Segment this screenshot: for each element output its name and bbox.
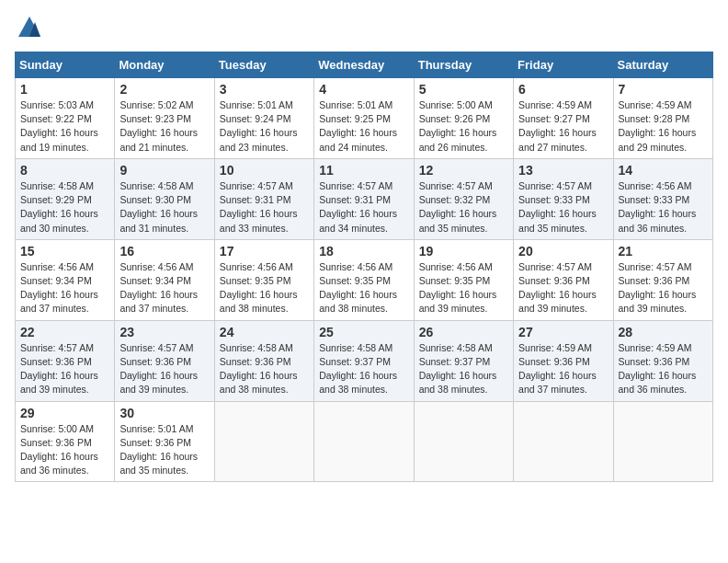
weekday-header-monday: Monday	[115, 52, 214, 78]
day-number: 17	[220, 244, 309, 259]
calendar-day-cell: 3Sunrise: 5:01 AMSunset: 9:24 PMDaylight…	[214, 78, 313, 159]
calendar-week-row: 1Sunrise: 5:03 AMSunset: 9:22 PMDaylight…	[16, 78, 713, 159]
day-info: Sunrise: 5:01 AMSunset: 9:36 PMDaylight:…	[119, 422, 209, 478]
day-number: 5	[419, 82, 508, 97]
day-number: 11	[319, 163, 408, 178]
calendar-day-cell: 16Sunrise: 4:56 AMSunset: 9:34 PMDayligh…	[115, 239, 214, 320]
logo	[15, 15, 42, 44]
calendar-day-cell: 27Sunrise: 4:59 AMSunset: 9:36 PMDayligh…	[514, 320, 613, 401]
day-number: 23	[119, 325, 209, 339]
day-number: 29	[20, 406, 109, 420]
day-number: 10	[220, 163, 309, 178]
day-number: 25	[319, 325, 408, 339]
day-info: Sunrise: 4:59 AMSunset: 9:27 PMDaylight:…	[518, 98, 608, 155]
day-number: 4	[319, 82, 408, 97]
day-info: Sunrise: 4:56 AMSunset: 9:35 PMDaylight:…	[319, 260, 408, 316]
day-info: Sunrise: 4:58 AMSunset: 9:36 PMDaylight:…	[220, 341, 309, 397]
day-number: 20	[518, 244, 608, 259]
day-info: Sunrise: 4:56 AMSunset: 9:33 PMDaylight:…	[619, 179, 708, 236]
day-info: Sunrise: 5:00 AMSunset: 9:26 PMDaylight:…	[419, 98, 508, 155]
calendar-header-row: SundayMondayTuesdayWednesdayThursdayFrid…	[16, 52, 713, 78]
weekday-header-friday: Friday	[514, 52, 613, 78]
day-number: 8	[20, 163, 109, 178]
day-number: 9	[119, 163, 209, 178]
day-info: Sunrise: 4:59 AMSunset: 9:36 PMDaylight:…	[518, 341, 608, 397]
day-number: 3	[220, 82, 309, 97]
calendar-day-cell: 10Sunrise: 4:57 AMSunset: 9:31 PMDayligh…	[214, 158, 313, 239]
day-number: 13	[518, 163, 608, 178]
day-info: Sunrise: 4:57 AMSunset: 9:31 PMDaylight:…	[220, 179, 309, 236]
day-info: Sunrise: 4:58 AMSunset: 9:37 PMDaylight:…	[419, 341, 508, 397]
calendar-day-cell: 15Sunrise: 4:56 AMSunset: 9:34 PMDayligh…	[16, 239, 115, 320]
calendar-day-cell: 8Sunrise: 4:58 AMSunset: 9:29 PMDaylight…	[16, 158, 115, 239]
day-number: 26	[419, 325, 508, 339]
calendar-day-cell: 7Sunrise: 4:59 AMSunset: 9:28 PMDaylight…	[613, 78, 712, 159]
empty-cell	[414, 401, 513, 482]
calendar-week-row: 8Sunrise: 4:58 AMSunset: 9:29 PMDaylight…	[16, 158, 713, 239]
day-info: Sunrise: 5:00 AMSunset: 9:36 PMDaylight:…	[20, 422, 109, 478]
calendar-day-cell: 19Sunrise: 4:56 AMSunset: 9:35 PMDayligh…	[414, 239, 513, 320]
calendar-day-cell: 24Sunrise: 4:58 AMSunset: 9:36 PMDayligh…	[214, 320, 313, 401]
day-info: Sunrise: 5:01 AMSunset: 9:24 PMDaylight:…	[220, 98, 309, 155]
calendar-week-row: 15Sunrise: 4:56 AMSunset: 9:34 PMDayligh…	[16, 239, 713, 320]
calendar-day-cell: 26Sunrise: 4:58 AMSunset: 9:37 PMDayligh…	[414, 320, 513, 401]
day-info: Sunrise: 4:57 AMSunset: 9:32 PMDaylight:…	[419, 179, 508, 236]
day-number: 21	[619, 244, 708, 259]
calendar-day-cell: 2Sunrise: 5:02 AMSunset: 9:23 PMDaylight…	[115, 78, 214, 159]
empty-cell	[514, 401, 613, 482]
day-info: Sunrise: 4:57 AMSunset: 9:36 PMDaylight:…	[518, 260, 608, 316]
page-header	[15, 15, 713, 44]
day-number: 22	[20, 325, 109, 339]
calendar-day-cell: 21Sunrise: 4:57 AMSunset: 9:36 PMDayligh…	[613, 239, 712, 320]
day-info: Sunrise: 4:56 AMSunset: 9:34 PMDaylight:…	[119, 260, 209, 316]
calendar-day-cell: 30Sunrise: 5:01 AMSunset: 9:36 PMDayligh…	[115, 401, 214, 482]
calendar-day-cell: 28Sunrise: 4:59 AMSunset: 9:36 PMDayligh…	[613, 320, 712, 401]
day-number: 24	[220, 325, 309, 339]
day-number: 7	[619, 82, 708, 97]
weekday-header-tuesday: Tuesday	[214, 52, 313, 78]
empty-cell	[613, 401, 712, 482]
day-info: Sunrise: 5:02 AMSunset: 9:23 PMDaylight:…	[119, 98, 209, 155]
empty-cell	[314, 401, 414, 482]
calendar-day-cell: 17Sunrise: 4:56 AMSunset: 9:35 PMDayligh…	[214, 239, 313, 320]
day-info: Sunrise: 4:57 AMSunset: 9:33 PMDaylight:…	[518, 179, 608, 236]
calendar-day-cell: 20Sunrise: 4:57 AMSunset: 9:36 PMDayligh…	[514, 239, 613, 320]
day-number: 30	[119, 406, 209, 420]
weekday-header-thursday: Thursday	[414, 52, 513, 78]
day-info: Sunrise: 4:58 AMSunset: 9:37 PMDaylight:…	[319, 341, 408, 397]
day-number: 1	[20, 82, 109, 97]
day-number: 19	[419, 244, 508, 259]
day-info: Sunrise: 4:56 AMSunset: 9:35 PMDaylight:…	[220, 260, 309, 316]
calendar-week-row: 29Sunrise: 5:00 AMSunset: 9:36 PMDayligh…	[16, 401, 713, 482]
day-info: Sunrise: 4:56 AMSunset: 9:35 PMDaylight:…	[419, 260, 508, 316]
day-info: Sunrise: 4:58 AMSunset: 9:29 PMDaylight:…	[20, 179, 109, 236]
day-number: 28	[619, 325, 708, 339]
day-number: 18	[319, 244, 408, 259]
day-number: 15	[20, 244, 109, 259]
calendar-week-row: 22Sunrise: 4:57 AMSunset: 9:36 PMDayligh…	[16, 320, 713, 401]
day-info: Sunrise: 4:58 AMSunset: 9:30 PMDaylight:…	[119, 179, 209, 236]
day-info: Sunrise: 5:01 AMSunset: 9:25 PMDaylight:…	[319, 98, 408, 155]
day-info: Sunrise: 4:57 AMSunset: 9:36 PMDaylight:…	[119, 341, 209, 397]
day-info: Sunrise: 4:57 AMSunset: 9:31 PMDaylight:…	[319, 179, 408, 236]
weekday-header-saturday: Saturday	[613, 52, 712, 78]
calendar-day-cell: 25Sunrise: 4:58 AMSunset: 9:37 PMDayligh…	[314, 320, 414, 401]
day-info: Sunrise: 4:56 AMSunset: 9:34 PMDaylight:…	[20, 260, 109, 316]
calendar-day-cell: 13Sunrise: 4:57 AMSunset: 9:33 PMDayligh…	[514, 158, 613, 239]
calendar-day-cell: 22Sunrise: 4:57 AMSunset: 9:36 PMDayligh…	[16, 320, 115, 401]
day-number: 6	[518, 82, 608, 97]
calendar-day-cell: 6Sunrise: 4:59 AMSunset: 9:27 PMDaylight…	[514, 78, 613, 159]
calendar-day-cell: 12Sunrise: 4:57 AMSunset: 9:32 PMDayligh…	[414, 158, 513, 239]
calendar-table: SundayMondayTuesdayWednesdayThursdayFrid…	[15, 52, 713, 482]
day-number: 27	[518, 325, 608, 339]
calendar-day-cell: 23Sunrise: 4:57 AMSunset: 9:36 PMDayligh…	[115, 320, 214, 401]
day-info: Sunrise: 4:57 AMSunset: 9:36 PMDaylight:…	[20, 341, 109, 397]
empty-cell	[214, 401, 313, 482]
day-info: Sunrise: 4:59 AMSunset: 9:28 PMDaylight:…	[619, 98, 708, 155]
weekday-header-wednesday: Wednesday	[314, 52, 414, 78]
day-number: 16	[119, 244, 209, 259]
calendar-day-cell: 4Sunrise: 5:01 AMSunset: 9:25 PMDaylight…	[314, 78, 414, 159]
day-number: 12	[419, 163, 508, 178]
day-info: Sunrise: 4:57 AMSunset: 9:36 PMDaylight:…	[619, 260, 708, 316]
calendar-day-cell: 11Sunrise: 4:57 AMSunset: 9:31 PMDayligh…	[314, 158, 414, 239]
